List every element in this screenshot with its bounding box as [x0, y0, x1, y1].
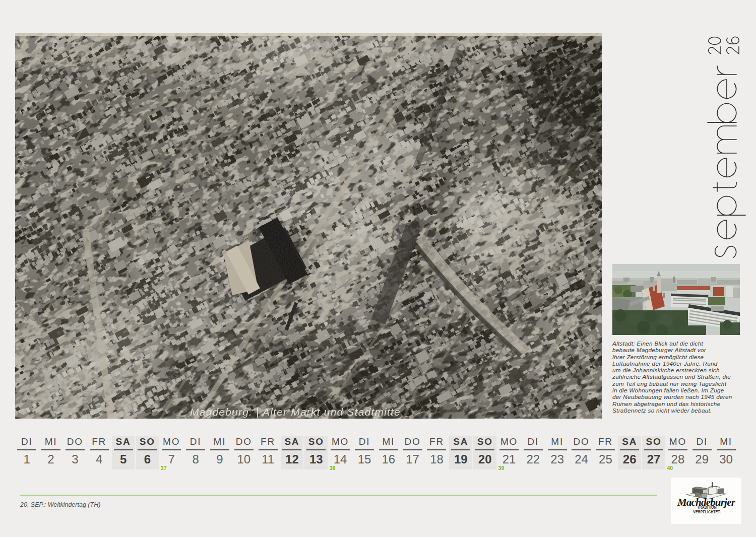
- svg-text:VERPFLICHTET.: VERPFLICHTET.: [693, 510, 720, 515]
- svg-text:Magdeburg. | Alter Markt und S: Magdeburg. | Alter Markt und Stadtmitte: [190, 406, 401, 418]
